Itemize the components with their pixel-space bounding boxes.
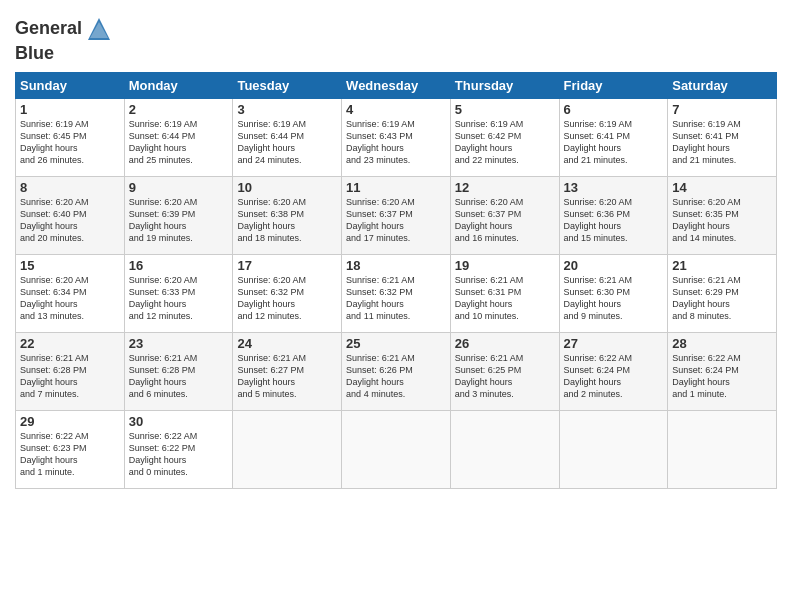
logo: General Blue	[15, 14, 114, 64]
day-info: Sunrise: 6:20 AMSunset: 6:37 PMDaylight …	[346, 196, 446, 245]
day-number: 1	[20, 102, 120, 117]
day-info: Sunrise: 6:19 AMSunset: 6:41 PMDaylight …	[564, 118, 664, 167]
day-info: Sunrise: 6:19 AMSunset: 6:45 PMDaylight …	[20, 118, 120, 167]
logo-general: General	[15, 18, 82, 38]
day-number: 25	[346, 336, 446, 351]
calendar-week-1: 8Sunrise: 6:20 AMSunset: 6:40 PMDaylight…	[16, 176, 777, 254]
day-number: 14	[672, 180, 772, 195]
calendar-cell: 15Sunrise: 6:20 AMSunset: 6:34 PMDayligh…	[16, 254, 125, 332]
dow-wednesday: Wednesday	[342, 72, 451, 98]
day-info: Sunrise: 6:21 AMSunset: 6:26 PMDaylight …	[346, 352, 446, 401]
day-info: Sunrise: 6:22 AMSunset: 6:22 PMDaylight …	[129, 430, 229, 479]
day-info: Sunrise: 6:21 AMSunset: 6:28 PMDaylight …	[20, 352, 120, 401]
day-info: Sunrise: 6:20 AMSunset: 6:40 PMDaylight …	[20, 196, 120, 245]
day-number: 30	[129, 414, 229, 429]
day-info: Sunrise: 6:19 AMSunset: 6:44 PMDaylight …	[237, 118, 337, 167]
calendar-cell: 11Sunrise: 6:20 AMSunset: 6:37 PMDayligh…	[342, 176, 451, 254]
dow-monday: Monday	[124, 72, 233, 98]
day-info: Sunrise: 6:21 AMSunset: 6:28 PMDaylight …	[129, 352, 229, 401]
day-info: Sunrise: 6:21 AMSunset: 6:27 PMDaylight …	[237, 352, 337, 401]
calendar-cell: 18Sunrise: 6:21 AMSunset: 6:32 PMDayligh…	[342, 254, 451, 332]
calendar-cell: 14Sunrise: 6:20 AMSunset: 6:35 PMDayligh…	[668, 176, 777, 254]
calendar-cell: 20Sunrise: 6:21 AMSunset: 6:30 PMDayligh…	[559, 254, 668, 332]
calendar-cell	[450, 410, 559, 488]
day-number: 12	[455, 180, 555, 195]
dow-saturday: Saturday	[668, 72, 777, 98]
day-number: 17	[237, 258, 337, 273]
day-info: Sunrise: 6:21 AMSunset: 6:29 PMDaylight …	[672, 274, 772, 323]
calendar-cell	[342, 410, 451, 488]
calendar-cell: 12Sunrise: 6:20 AMSunset: 6:37 PMDayligh…	[450, 176, 559, 254]
calendar-cell: 9Sunrise: 6:20 AMSunset: 6:39 PMDaylight…	[124, 176, 233, 254]
dow-thursday: Thursday	[450, 72, 559, 98]
calendar-cell: 29Sunrise: 6:22 AMSunset: 6:23 PMDayligh…	[16, 410, 125, 488]
calendar-cell: 7Sunrise: 6:19 AMSunset: 6:41 PMDaylight…	[668, 98, 777, 176]
calendar-cell: 23Sunrise: 6:21 AMSunset: 6:28 PMDayligh…	[124, 332, 233, 410]
day-number: 19	[455, 258, 555, 273]
calendar-cell: 24Sunrise: 6:21 AMSunset: 6:27 PMDayligh…	[233, 332, 342, 410]
day-info: Sunrise: 6:21 AMSunset: 6:30 PMDaylight …	[564, 274, 664, 323]
calendar-cell: 5Sunrise: 6:19 AMSunset: 6:42 PMDaylight…	[450, 98, 559, 176]
day-number: 28	[672, 336, 772, 351]
calendar-cell: 25Sunrise: 6:21 AMSunset: 6:26 PMDayligh…	[342, 332, 451, 410]
day-info: Sunrise: 6:22 AMSunset: 6:24 PMDaylight …	[672, 352, 772, 401]
day-number: 22	[20, 336, 120, 351]
day-info: Sunrise: 6:20 AMSunset: 6:32 PMDaylight …	[237, 274, 337, 323]
day-number: 23	[129, 336, 229, 351]
calendar-cell: 3Sunrise: 6:19 AMSunset: 6:44 PMDaylight…	[233, 98, 342, 176]
day-number: 5	[455, 102, 555, 117]
day-number: 6	[564, 102, 664, 117]
day-info: Sunrise: 6:22 AMSunset: 6:23 PMDaylight …	[20, 430, 120, 479]
dow-sunday: Sunday	[16, 72, 125, 98]
calendar-week-3: 22Sunrise: 6:21 AMSunset: 6:28 PMDayligh…	[16, 332, 777, 410]
day-number: 8	[20, 180, 120, 195]
calendar-week-4: 29Sunrise: 6:22 AMSunset: 6:23 PMDayligh…	[16, 410, 777, 488]
day-number: 26	[455, 336, 555, 351]
day-info: Sunrise: 6:20 AMSunset: 6:35 PMDaylight …	[672, 196, 772, 245]
calendar-cell: 1Sunrise: 6:19 AMSunset: 6:45 PMDaylight…	[16, 98, 125, 176]
logo-icon	[84, 14, 114, 44]
day-number: 21	[672, 258, 772, 273]
day-info: Sunrise: 6:20 AMSunset: 6:37 PMDaylight …	[455, 196, 555, 245]
calendar-week-2: 15Sunrise: 6:20 AMSunset: 6:34 PMDayligh…	[16, 254, 777, 332]
day-info: Sunrise: 6:21 AMSunset: 6:32 PMDaylight …	[346, 274, 446, 323]
calendar-cell: 27Sunrise: 6:22 AMSunset: 6:24 PMDayligh…	[559, 332, 668, 410]
day-number: 16	[129, 258, 229, 273]
day-info: Sunrise: 6:19 AMSunset: 6:42 PMDaylight …	[455, 118, 555, 167]
page-container: General Blue SundayMondayTuesdayWednesda…	[0, 0, 792, 499]
day-number: 11	[346, 180, 446, 195]
day-number: 9	[129, 180, 229, 195]
logo-text: General	[15, 19, 82, 39]
calendar-cell: 2Sunrise: 6:19 AMSunset: 6:44 PMDaylight…	[124, 98, 233, 176]
calendar-week-0: 1Sunrise: 6:19 AMSunset: 6:45 PMDaylight…	[16, 98, 777, 176]
calendar-cell: 8Sunrise: 6:20 AMSunset: 6:40 PMDaylight…	[16, 176, 125, 254]
day-number: 15	[20, 258, 120, 273]
day-number: 29	[20, 414, 120, 429]
day-info: Sunrise: 6:19 AMSunset: 6:41 PMDaylight …	[672, 118, 772, 167]
day-number: 4	[346, 102, 446, 117]
day-info: Sunrise: 6:20 AMSunset: 6:33 PMDaylight …	[129, 274, 229, 323]
day-number: 24	[237, 336, 337, 351]
day-info: Sunrise: 6:19 AMSunset: 6:44 PMDaylight …	[129, 118, 229, 167]
day-info: Sunrise: 6:19 AMSunset: 6:43 PMDaylight …	[346, 118, 446, 167]
calendar-cell: 28Sunrise: 6:22 AMSunset: 6:24 PMDayligh…	[668, 332, 777, 410]
dow-tuesday: Tuesday	[233, 72, 342, 98]
calendar-body: 1Sunrise: 6:19 AMSunset: 6:45 PMDaylight…	[16, 98, 777, 488]
calendar-cell: 22Sunrise: 6:21 AMSunset: 6:28 PMDayligh…	[16, 332, 125, 410]
day-number: 13	[564, 180, 664, 195]
day-number: 20	[564, 258, 664, 273]
dow-friday: Friday	[559, 72, 668, 98]
svg-marker-1	[90, 22, 108, 38]
day-info: Sunrise: 6:20 AMSunset: 6:36 PMDaylight …	[564, 196, 664, 245]
calendar-cell: 26Sunrise: 6:21 AMSunset: 6:25 PMDayligh…	[450, 332, 559, 410]
calendar-cell	[233, 410, 342, 488]
day-info: Sunrise: 6:22 AMSunset: 6:24 PMDaylight …	[564, 352, 664, 401]
day-of-week-header: SundayMondayTuesdayWednesdayThursdayFrid…	[16, 72, 777, 98]
day-number: 3	[237, 102, 337, 117]
calendar-table: SundayMondayTuesdayWednesdayThursdayFrid…	[15, 72, 777, 489]
calendar-cell: 16Sunrise: 6:20 AMSunset: 6:33 PMDayligh…	[124, 254, 233, 332]
day-number: 7	[672, 102, 772, 117]
day-info: Sunrise: 6:20 AMSunset: 6:39 PMDaylight …	[129, 196, 229, 245]
day-info: Sunrise: 6:20 AMSunset: 6:38 PMDaylight …	[237, 196, 337, 245]
day-info: Sunrise: 6:20 AMSunset: 6:34 PMDaylight …	[20, 274, 120, 323]
